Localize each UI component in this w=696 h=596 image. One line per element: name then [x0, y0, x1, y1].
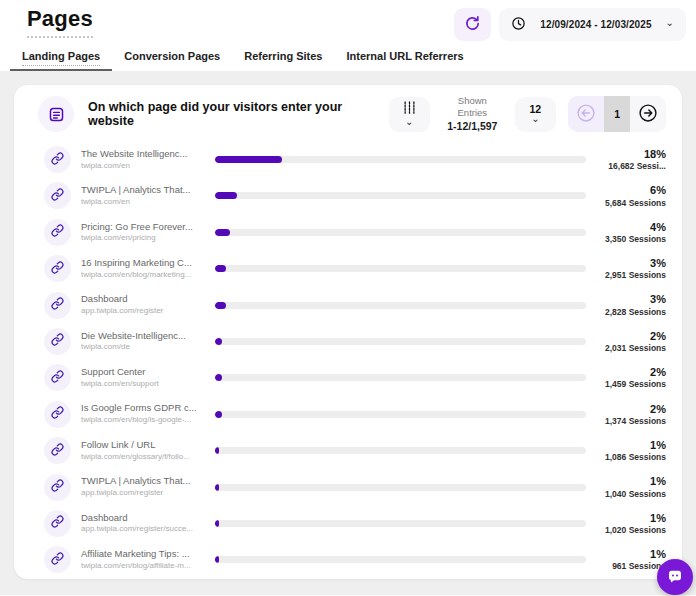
chat-widget-button[interactable]	[657, 559, 693, 595]
link-icon	[51, 224, 64, 240]
row-sessions: 2,951 Sessions	[596, 270, 666, 281]
link-icon	[51, 479, 64, 495]
page-link-button[interactable]	[44, 437, 71, 464]
bar-wrap	[215, 520, 586, 527]
row-percent: 2%	[596, 329, 666, 343]
row-title: TWIPLA | Analytics That...	[81, 475, 207, 488]
table-row: The Website Intelligenc... twipla.com/en…	[38, 141, 666, 177]
page-info: Dashboard app.twipla.com/register/succe.…	[81, 512, 207, 536]
date-range-picker[interactable]: 12/09/2024 - 12/03/2025 ⌄	[499, 8, 686, 41]
tab-label: Referring Sites	[244, 50, 322, 62]
row-title: Is Google Forms GDPR c...	[81, 402, 207, 415]
bar-track	[215, 156, 586, 163]
shown-entries-value: 1-12/1,597	[442, 120, 503, 134]
row-percent: 1%	[596, 511, 666, 525]
tab-internal-url-referrers[interactable]: Internal URL Referrers	[334, 41, 475, 71]
tab-conversion-pages[interactable]: Conversion Pages	[112, 41, 232, 71]
row-url: twipla.com/en/blog/affiliate-m...	[81, 561, 207, 572]
top-header: Pages 12/09/2024 - 12/03/2025 ⌄	[0, 0, 696, 41]
bar-track	[215, 265, 586, 272]
next-page-button[interactable]	[630, 96, 666, 132]
row-percent: 6%	[596, 183, 666, 197]
row-values: 1% 1,020 Sessions	[596, 511, 666, 536]
page-link-button[interactable]	[44, 255, 71, 282]
page-link-button[interactable]	[44, 510, 71, 537]
row-percent: 3%	[596, 292, 666, 306]
page-info: Support Center twipla.com/en/support	[81, 366, 207, 390]
tab-label: Internal URL Referrers	[346, 50, 463, 62]
row-sessions: 1,020 Sessions	[596, 525, 666, 536]
row-url: twipla.com/en	[81, 161, 207, 172]
link-icon	[51, 188, 64, 204]
bar-wrap	[215, 411, 586, 418]
chevron-down-icon: ⌄	[405, 117, 413, 127]
filter-button[interactable]: ⌄	[389, 97, 431, 132]
tab-landing-pages[interactable]: Landing Pages	[10, 41, 112, 71]
page-info: Affiliate Marketing Tips: ... twipla.com…	[81, 548, 207, 572]
row-percent: 3%	[596, 256, 666, 270]
tab-referring-sites[interactable]: Referring Sites	[232, 41, 334, 71]
page-link-button[interactable]	[44, 364, 71, 391]
row-percent: 2%	[596, 365, 666, 379]
page-link-button[interactable]	[44, 328, 71, 355]
row-title: Follow Link / URL	[81, 439, 207, 452]
page-link-button[interactable]	[44, 546, 71, 573]
page-link-button[interactable]	[44, 474, 71, 501]
bar-wrap	[215, 556, 586, 563]
row-url: twipla.com/de	[81, 342, 207, 353]
row-sessions: 961 Sessions	[596, 561, 666, 572]
table-row: Follow Link / URL twipla.com/en/glossary…	[38, 432, 666, 468]
page-info: TWIPLA | Analytics That... twipla.com/en	[81, 184, 207, 208]
table-row: Dashboard app.twipla.com/register/succe.…	[38, 505, 666, 541]
refresh-button[interactable]	[454, 8, 491, 41]
bar-track	[215, 447, 586, 454]
page-link-button[interactable]	[44, 292, 71, 319]
row-url: twipla.com/en/support	[81, 379, 207, 390]
bar-fill	[215, 302, 226, 309]
page-info: Pricing: Go Free Forever... twipla.com/e…	[81, 221, 207, 245]
link-icon	[51, 370, 64, 386]
row-values: 2% 1,374 Sessions	[596, 402, 666, 427]
page-link-button[interactable]	[44, 182, 71, 209]
previous-page-button[interactable]	[568, 96, 604, 132]
document-icon	[38, 96, 74, 132]
table-row: Support Center twipla.com/en/support 2% …	[38, 360, 666, 396]
tab-bar: Landing Pages Conversion Pages Referring…	[0, 41, 696, 71]
row-url: app.twipla.com/register	[81, 306, 207, 317]
table-row: TWIPLA | Analytics That... twipla.com/en…	[38, 178, 666, 214]
link-icon	[51, 443, 64, 459]
chat-bubble-icon	[666, 567, 684, 588]
bar-track	[215, 192, 586, 199]
arrow-right-circle-icon	[638, 103, 658, 126]
page-link-button[interactable]	[44, 401, 71, 428]
bar-wrap	[215, 192, 586, 199]
landing-pages-card: On which page did your visitors enter yo…	[14, 85, 682, 579]
link-icon	[51, 406, 64, 422]
page-info: Is Google Forms GDPR c... twipla.com/en/…	[81, 402, 207, 426]
page-size-select[interactable]: 12 ⌄	[515, 97, 557, 132]
bar-track	[215, 338, 586, 345]
page-link-button[interactable]	[44, 146, 71, 173]
table-row: 16 Inspiring Marketing C... twipla.com/e…	[38, 251, 666, 287]
row-values: 3% 2,828 Sessions	[596, 292, 666, 317]
bar-track	[215, 411, 586, 418]
header-actions: 12/09/2024 - 12/03/2025 ⌄	[454, 8, 686, 41]
bar-track	[215, 556, 586, 563]
bar-wrap	[215, 302, 586, 309]
pages-list: The Website Intelligenc... twipla.com/en…	[28, 137, 668, 578]
tab-label: Conversion Pages	[124, 50, 220, 62]
link-icon	[51, 261, 64, 277]
row-title: Dashboard	[81, 512, 207, 525]
row-title: TWIPLA | Analytics That...	[81, 184, 207, 197]
row-values: 3% 2,951 Sessions	[596, 256, 666, 281]
bar-track	[215, 302, 586, 309]
bar-wrap	[215, 447, 586, 454]
row-values: 1% 1,040 Sessions	[596, 474, 666, 499]
row-title: Dashboard	[81, 293, 207, 306]
bar-wrap	[215, 156, 586, 163]
row-url: app.twipla.com/register/succe...	[81, 524, 207, 535]
page-link-button[interactable]	[44, 219, 71, 246]
row-percent: 2%	[596, 402, 666, 416]
card-header: On which page did your visitors enter yo…	[28, 93, 668, 137]
row-values: 2% 2,031 Sessions	[596, 329, 666, 354]
